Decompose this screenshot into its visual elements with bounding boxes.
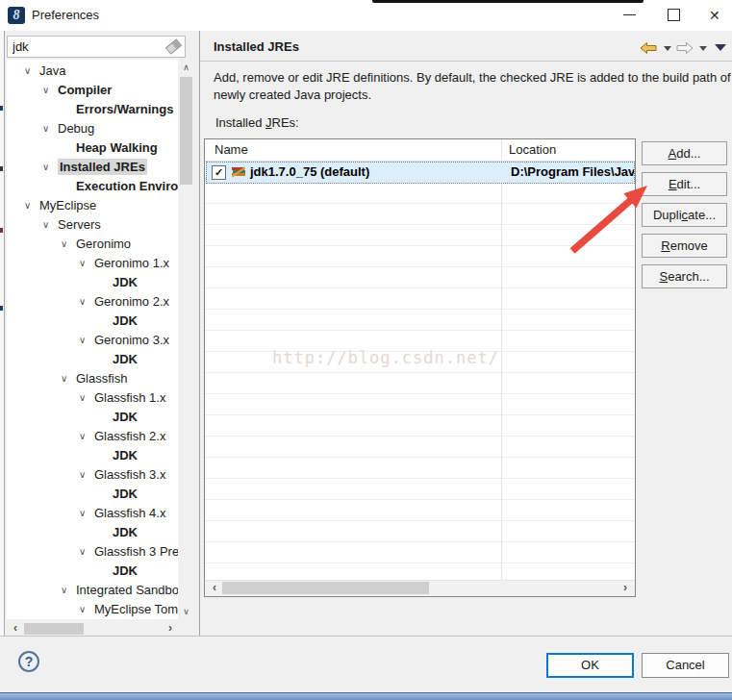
forward-arrow-icon[interactable] [676,41,694,55]
chevron-down-icon[interactable]: ∨ [79,427,94,446]
tree-item[interactable]: ∨Geronimo 2.x [7,292,178,312]
chevron-down-icon[interactable]: ∨ [79,600,94,619]
tree-item-label: JDK [113,487,138,501]
view-menu-icon[interactable] [715,44,726,51]
tree-item[interactable]: ∨Glassfish 1.x [7,388,178,408]
tree-item[interactable]: Execution Environ [7,177,178,196]
tree-item-label: Geronimo 2.x [94,294,169,309]
jre-name-cell: jdk1.7.0_75 (default) [250,164,369,179]
window-left-border [4,31,5,636]
close-icon[interactable]: ✕ [709,6,720,25]
tree-item[interactable]: ∨Integrated Sandbo [7,581,178,600]
chevron-down-icon[interactable]: ∨ [79,542,94,562]
chevron-down-icon[interactable]: ∨ [79,504,94,523]
tree-hscroll-thumb[interactable] [24,623,84,635]
tree-item[interactable]: JDK [7,446,178,465]
tree-item-label: MyEclipse [39,198,96,212]
checkbox-checked-icon[interactable]: ✓ [212,165,226,180]
tree-item-label: Geronimo [76,237,131,251]
chevron-down-icon[interactable]: ∨ [61,369,76,388]
back-history-caret-icon[interactable] [664,46,671,51]
column-header-location[interactable]: Location [509,142,556,157]
scroll-up-icon[interactable]: ∧ [178,62,194,75]
tree-vscroll-thumb[interactable] [180,77,192,185]
chevron-down-icon[interactable]: ∨ [79,331,94,350]
minimize-icon[interactable] [623,14,636,15]
app-logo-icon: 8 [8,7,25,24]
chevron-down-icon[interactable]: ∨ [42,215,58,235]
tree-item[interactable]: JDK [7,485,178,504]
ok-button[interactable]: OK [546,653,634,678]
tree-item[interactable]: JDK [7,523,178,542]
chevron-down-icon[interactable]: ∨ [61,581,76,600]
tree-item[interactable]: ∨Servers [7,215,178,235]
search-button[interactable]: Search... [642,264,727,288]
cancel-button[interactable]: Cancel [642,653,729,678]
tree-item[interactable]: ∨Glassfish 3.x [7,465,178,485]
tree-item[interactable]: JDK [7,562,178,581]
tree-item[interactable]: ∨Geronimo 1.x [7,254,178,273]
tree-item-label: Servers [58,217,101,232]
tree-item[interactable]: JDK [7,350,178,369]
tree-item[interactable]: JDK [7,408,178,427]
tree-item[interactable]: ∨Glassfish 3 Pre [7,542,178,562]
back-arrow-icon[interactable] [640,41,657,55]
tree-item[interactable]: ∨Glassfish 2.x [7,427,178,446]
scroll-down-icon[interactable]: ∨ [178,605,194,618]
chevron-down-icon[interactable]: ∨ [61,235,76,254]
chevron-down-icon[interactable]: ∨ [24,196,39,215]
chevron-down-icon[interactable]: ∨ [42,81,58,100]
page-description: Add, remove or edit JRE definitions. By … [214,69,732,104]
tree-item-label: Java [39,63,65,78]
scroll-right-icon[interactable]: › [164,621,177,637]
label-post: REs: [272,115,299,130]
maximize-icon[interactable] [668,9,680,21]
tree-item[interactable]: ∨Java [7,62,178,81]
chevron-down-icon[interactable]: ∨ [42,119,58,138]
chevron-down-icon[interactable]: ∨ [24,62,39,81]
chevron-down-icon[interactable]: ∨ [42,158,58,177]
screen-artifact-strip [372,0,644,3]
tree-item-label: Heap Walking [76,140,158,155]
tree-item[interactable]: ∨Glassfish 4.x [7,504,178,523]
tree-item[interactable]: ∨Geronimo [7,235,178,254]
scroll-left-icon[interactable]: ‹ [208,581,221,595]
tree-item[interactable]: ∨Debug [7,119,178,138]
tree-item[interactable]: Errors/Warnings [7,100,178,119]
window-bottom-edge [0,692,732,700]
column-divider[interactable] [501,139,502,580]
window-title: Preferences [32,8,99,22]
tree-item[interactable]: ∨Glassfish [7,369,178,388]
chevron-down-icon[interactable]: ∨ [79,388,94,408]
column-header-name[interactable]: Name [215,142,248,157]
tree-item-label: JDK [113,563,138,578]
header-separator [200,61,732,62]
tree-item-label: Geronimo 1.x [94,256,169,270]
chevron-down-icon[interactable]: ∨ [79,465,94,485]
tree-item-label: Geronimo 3.x [94,333,169,347]
tree-item-label: Integrated Sandbo [76,583,178,597]
watermark: http://blog.csdn.net/ [272,348,499,367]
filter-input[interactable] [7,36,186,58]
help-icon[interactable]: ? [18,651,39,672]
tree-item[interactable]: ∨MyEclipse [7,196,178,215]
table-header[interactable] [205,139,635,162]
table-hscroll-thumb[interactable] [222,582,429,594]
tree-item[interactable]: ∨MyEclipse Tom [7,600,178,619]
scroll-right-icon[interactable]: › [618,581,632,595]
tree-item[interactable]: Heap Walking [7,138,178,158]
add-button[interactable]: Add... [642,141,727,165]
tree-item[interactable]: JDK [7,312,178,331]
tree-item-label: Glassfish 1.x [94,390,165,405]
tree-item[interactable]: ∨Installed JREs [7,158,178,177]
page-title: Installed JREs [214,39,299,54]
tree-item[interactable]: ∨Compiler [7,81,178,100]
forward-history-caret-icon[interactable] [699,46,707,51]
tree-item-label: JDK [113,275,138,289]
tree-item[interactable]: ∨Geronimo 3.x [7,331,178,350]
scroll-left-icon[interactable]: ‹ [9,621,22,637]
tree-item[interactable]: JDK [7,273,178,292]
tree-item-label: Errors/Warnings [76,102,173,116]
chevron-down-icon[interactable]: ∨ [79,254,94,273]
chevron-down-icon[interactable]: ∨ [79,292,94,312]
